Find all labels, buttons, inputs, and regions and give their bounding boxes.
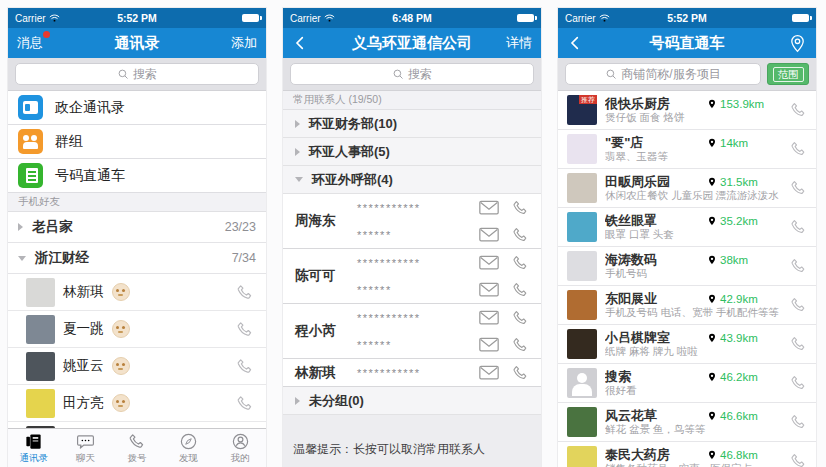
back-button[interactable] xyxy=(567,35,583,51)
send-message-button[interactable] xyxy=(479,282,499,297)
menu-item-groups[interactable]: 群组 xyxy=(8,125,266,159)
shop-row[interactable]: 田畈周乐园 31.5km 休闲农庄餐饮 儿童乐园 漂流游泳泼水 xyxy=(558,169,816,208)
messages-button[interactable]: 消息 xyxy=(17,34,43,52)
contact-avatar xyxy=(26,278,55,307)
phone-icon xyxy=(789,179,807,197)
chevron-down-icon xyxy=(295,177,303,182)
dept-row-hr[interactable]: 环亚人事部(5) xyxy=(283,138,541,166)
shop-search-input[interactable]: 商铺简称/服务项目 xyxy=(565,63,761,85)
envelope-icon xyxy=(479,365,499,380)
tab-contacts[interactable]: 通讯录 xyxy=(8,429,60,467)
menu-item-gov-contacts[interactable]: 政企通讯录 xyxy=(8,91,266,125)
shop-name: 东阳展业 xyxy=(605,291,707,306)
send-message-button[interactable] xyxy=(479,310,499,325)
battery-icon xyxy=(242,14,259,22)
call-button[interactable] xyxy=(789,140,807,158)
call-button[interactable] xyxy=(511,309,529,327)
dept-contact-row[interactable]: 周海东 *********** *** xyxy=(283,194,541,249)
dept-contact-row[interactable]: 林新琪 *********** xyxy=(283,359,541,387)
menu-item-number-express[interactable]: 号码直通车 xyxy=(8,159,266,193)
call-button[interactable] xyxy=(511,226,529,244)
shop-row[interactable]: 推荐 很快乐厨房 153.9km 煲仔饭 面食 烙饼 xyxy=(558,91,816,130)
tab-label: 聊天 xyxy=(76,452,95,465)
call-button[interactable] xyxy=(511,254,529,272)
tab-dial[interactable]: 拨号 xyxy=(111,429,163,467)
distance-value: 46.6km xyxy=(720,410,758,422)
contact-row[interactable]: 林新琪 xyxy=(8,274,266,311)
dept-row-finance[interactable]: 环亚财务部(10) xyxy=(283,110,541,138)
shop-row[interactable]: "要"店 14km 翡翠、玉器等 xyxy=(558,130,816,169)
call-button[interactable] xyxy=(789,218,807,236)
call-button[interactable] xyxy=(511,199,529,217)
tab-discover[interactable]: 发现 xyxy=(163,429,215,467)
phone-icon xyxy=(789,257,807,275)
search-input[interactable]: 搜索 xyxy=(15,63,259,85)
back-button[interactable] xyxy=(292,35,308,51)
shop-row[interactable]: 铁丝眼罩 35.2km 眼罩 口罩 头套 xyxy=(558,208,816,247)
hint-text: 温馨提示：长按可以取消常用联系人 xyxy=(293,442,485,456)
call-button[interactable] xyxy=(511,281,529,299)
call-button[interactable] xyxy=(235,283,254,302)
search-input[interactable]: 搜索 xyxy=(290,63,534,85)
contact-row[interactable]: 田方亮 xyxy=(8,385,266,422)
shop-row[interactable]: 搜索 46.2km 很好看 xyxy=(558,364,816,403)
shop-info: 田畈周乐园 31.5km 休闲农庄餐饮 儿童乐园 漂流游泳泼水 xyxy=(605,174,781,202)
tab-chat[interactable]: 聊天 xyxy=(60,429,112,467)
send-message-button[interactable] xyxy=(479,337,499,352)
distance-pin-icon xyxy=(707,333,717,343)
chevron-right-icon xyxy=(18,223,23,231)
details-button[interactable]: 详情 xyxy=(506,34,532,52)
dept-row-ungrouped[interactable]: 未分组(0) xyxy=(283,387,541,415)
shop-row[interactable]: 海涛数码 38km 手机号码 xyxy=(558,247,816,286)
contact-row[interactable]: 姚亚云 xyxy=(8,348,266,385)
frequent-contacts-body: 环亚财务部(10) 环亚人事部(5) 环亚外呼部(4) 周海东 xyxy=(283,110,541,467)
shop-avatar xyxy=(567,446,597,467)
contact-name: 林新琪 xyxy=(63,283,104,301)
call-button[interactable] xyxy=(789,257,807,275)
distance-pin-icon xyxy=(707,294,717,304)
org-contacts-icon xyxy=(18,95,43,120)
phone-icon xyxy=(789,452,807,467)
shop-row[interactable]: 小吕棋牌室 43.9km 纸牌 麻将 牌九 啦啦 xyxy=(558,325,816,364)
nav-bar: 号码直通车 xyxy=(558,28,816,58)
dept-row-outbound[interactable]: 环亚外呼部(4) xyxy=(283,166,541,194)
recommend-badge: 推荐 xyxy=(579,95,597,104)
call-button[interactable] xyxy=(789,335,807,353)
call-button[interactable] xyxy=(789,452,807,467)
masked-number-list: *********** ****** xyxy=(357,304,541,358)
shop-row[interactable]: 东阳展业 42.9km 手机及号码 电话、宽带 手机配件等等 xyxy=(558,286,816,325)
call-button[interactable] xyxy=(789,101,807,119)
distance-value: 43.9km xyxy=(720,332,758,344)
search-icon xyxy=(605,68,617,80)
map-button[interactable] xyxy=(788,34,807,53)
send-message-button[interactable] xyxy=(479,200,499,215)
call-button[interactable] xyxy=(789,413,807,431)
call-button[interactable] xyxy=(235,357,254,376)
send-message-button[interactable] xyxy=(479,227,499,242)
call-button[interactable] xyxy=(235,394,254,413)
range-button[interactable]: 范围 xyxy=(767,63,809,85)
dept-name: 环亚外呼部(4) xyxy=(312,171,393,189)
status-bar: Carrier 6:48 PM xyxy=(283,8,541,28)
call-button[interactable] xyxy=(511,336,529,354)
add-button[interactable]: 添加 xyxy=(231,34,257,52)
call-button[interactable] xyxy=(511,364,529,382)
call-button[interactable] xyxy=(789,296,807,314)
group-count: 7/34 xyxy=(232,251,256,265)
dept-contact-row[interactable]: 程小芮 *********** *** xyxy=(283,304,541,359)
group-row-collapsed[interactable]: 老吕家 23/23 xyxy=(8,212,266,243)
send-message-button[interactable] xyxy=(479,255,499,270)
distance-pin-icon xyxy=(707,411,717,421)
call-button[interactable] xyxy=(789,179,807,197)
dept-contact-row[interactable]: 陈可可 *********** *** xyxy=(283,249,541,304)
contact-row[interactable]: 夏一跳 xyxy=(8,311,266,348)
tab-me[interactable]: 我的 xyxy=(214,429,266,467)
phone-icon xyxy=(789,335,807,353)
call-button[interactable] xyxy=(235,320,254,339)
group-row-expanded[interactable]: 浙江财经 7/34 xyxy=(8,243,266,274)
pet-badge-icon xyxy=(112,357,130,375)
send-message-button[interactable] xyxy=(479,365,499,380)
shop-row[interactable]: 泰民大药房 46.8km 销售各种药品，实惠，医保定点 xyxy=(558,442,816,467)
call-button[interactable] xyxy=(789,374,807,392)
shop-row[interactable]: 风云花草 46.6km 鲜花 盆景 鱼，鸟等等 xyxy=(558,403,816,442)
